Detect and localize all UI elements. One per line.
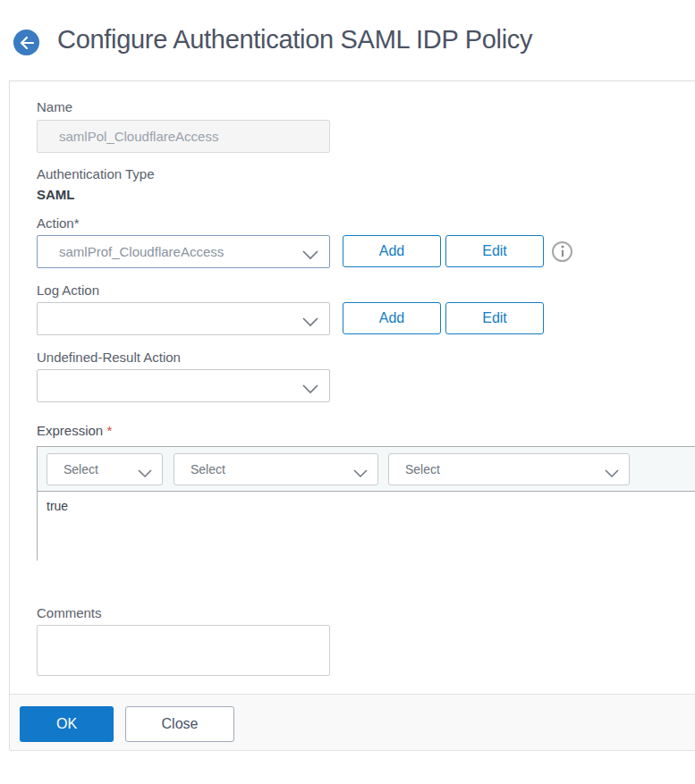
close-button[interactable]: Close bbox=[125, 706, 234, 742]
name-input bbox=[37, 120, 330, 153]
chevron-down-icon bbox=[138, 466, 152, 482]
required-asterisk: * bbox=[106, 423, 112, 438]
back-button[interactable] bbox=[13, 30, 39, 55]
arrow-left-icon bbox=[20, 37, 34, 49]
comments-textarea[interactable] bbox=[37, 625, 330, 676]
undefined-result-action-select[interactable] bbox=[37, 369, 330, 402]
name-label: Name bbox=[37, 99, 72, 114]
action-select[interactable]: samlProf_CloudflareAccess bbox=[37, 235, 330, 268]
log-action-add-button[interactable]: Add bbox=[343, 302, 441, 334]
expression-toolbar: Select Select Select bbox=[38, 447, 695, 492]
expression-textarea[interactable]: true bbox=[38, 492, 695, 561]
comments-label: Comments bbox=[37, 605, 102, 620]
chevron-down-icon bbox=[302, 248, 318, 264]
log-action-edit-button[interactable]: Edit bbox=[445, 302, 544, 334]
action-select-value: samlProf_CloudflareAccess bbox=[38, 244, 329, 259]
form-panel: Name Authentication Type SAML Action* sa… bbox=[9, 80, 695, 750]
expression-operator-select-3[interactable]: Select bbox=[388, 453, 630, 485]
chevron-down-icon bbox=[605, 466, 619, 482]
action-edit-button[interactable]: Edit bbox=[445, 235, 544, 267]
log-action-select[interactable] bbox=[37, 302, 330, 335]
undefined-result-action-label: Undefined-Result Action bbox=[37, 350, 181, 365]
chevron-down-icon bbox=[302, 382, 318, 398]
chevron-down-icon bbox=[353, 466, 368, 482]
expression-operator-select-1[interactable]: Select bbox=[47, 453, 163, 485]
action-label: Action* bbox=[37, 215, 80, 231]
footer-bar: OK Close bbox=[10, 694, 695, 751]
page-title: Configure Authentication SAML IDP Policy bbox=[57, 25, 532, 55]
expression-editor: Select Select Select true bbox=[37, 446, 695, 561]
info-icon[interactable] bbox=[552, 241, 572, 262]
expression-label: Expression * bbox=[37, 423, 112, 438]
action-add-button[interactable]: Add bbox=[343, 235, 441, 267]
expression-operator-select-2[interactable]: Select bbox=[174, 453, 378, 485]
log-action-label: Log Action bbox=[37, 282, 99, 298]
authentication-type-value: SAML bbox=[37, 187, 75, 202]
authentication-type-label: Authentication Type bbox=[37, 166, 154, 181]
chevron-down-icon bbox=[302, 315, 318, 331]
ok-button[interactable]: OK bbox=[20, 706, 114, 742]
